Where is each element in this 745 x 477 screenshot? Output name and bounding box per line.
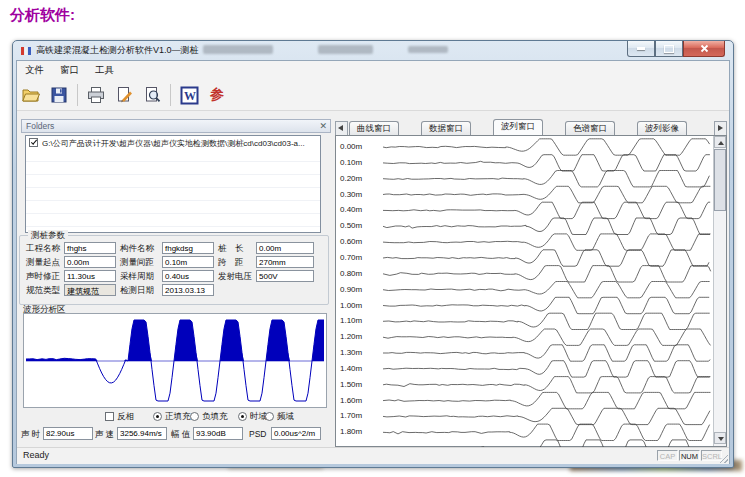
status-indicator-cap: CAP: [657, 450, 678, 461]
readout-psd-value[interactable]: 0.00us^2/m: [271, 427, 321, 440]
wave-trace: [383, 266, 711, 282]
maximize-button[interactable]: [655, 41, 683, 57]
minimize-button[interactable]: [627, 41, 655, 57]
aero-glass-reflection: [318, 45, 373, 54]
field-project-name-label: 工程名称: [26, 243, 60, 255]
menu-bar: 文件窗口工具: [17, 61, 729, 80]
folders-close-button[interactable]: ✕: [319, 120, 327, 133]
folder-item-path: G:\公司产品设计开发\超声仪器\超声仪实地检测数据\测桩cd\cd03\cd0…: [42, 138, 318, 149]
parameters-button[interactable]: 参: [204, 82, 230, 108]
field-sound-time-correction-value[interactable]: 11.30us: [64, 270, 116, 282]
page-heading: 分析软件:: [10, 6, 75, 25]
invert-checkbox[interactable]: [105, 412, 114, 421]
tab-spectrum[interactable]: 色谱窗口: [565, 121, 615, 135]
readout-sound-time-value[interactable]: 82.90us: [43, 427, 93, 440]
folders-list[interactable]: G:\公司产品设计开发\超声仪器\超声仪实地检测数据\测桩cd\cd03\cd0…: [25, 135, 321, 233]
positive-fill-radio[interactable]: [153, 412, 162, 421]
wave-trace: [383, 282, 710, 298]
tab-scroll-left-button[interactable]: [335, 121, 348, 136]
scroll-up-button[interactable]: [714, 136, 726, 148]
status-indicator-num: NUM: [679, 450, 700, 461]
menu-item-file[interactable]: 文件: [17, 62, 52, 79]
readout-sound-velocity-label: 声 速: [95, 429, 114, 441]
folder-open-icon: [21, 87, 41, 104]
wave-traces: [337, 137, 715, 447]
arrow-right-icon: [718, 125, 723, 131]
folders-empty-row: [26, 227, 320, 233]
folder-item[interactable]: G:\公司产品设计开发\超声仪器\超声仪实地检测数据\测桩cd\cd03\cd0…: [26, 136, 320, 149]
field-standard-type-value[interactable]: 建筑规范: [64, 284, 116, 296]
wave-trace: [383, 424, 710, 440]
wave-trace: [383, 345, 710, 361]
tab-wave-image[interactable]: 波列影像: [637, 121, 687, 135]
word-export-button[interactable]: W: [176, 82, 202, 108]
page-magnifier-icon: [143, 86, 162, 104]
field-test-date-value[interactable]: 2013.03.13: [162, 284, 214, 296]
tab-scroll-right-button[interactable]: [714, 121, 727, 136]
word-icon: W: [180, 86, 199, 105]
wave-trace: [383, 313, 710, 329]
field-measure-start-value[interactable]: 0.00m: [64, 256, 116, 268]
negative-fill-radio[interactable]: [190, 412, 199, 421]
field-test-date-label: 检测日期: [120, 285, 154, 297]
wave-analysis-waveform: [24, 314, 326, 407]
folder-item-checkbox[interactable]: [29, 138, 38, 147]
print-preview-button[interactable]: [139, 82, 165, 108]
menu-item-window[interactable]: 窗口: [52, 62, 87, 79]
wave-trace: [383, 440, 710, 447]
print-setup-button[interactable]: [111, 82, 137, 108]
open-file-button[interactable]: [18, 82, 44, 108]
tab-curve[interactable]: 曲线窗口: [349, 121, 399, 135]
readout-amplitude-label: 幅 值: [171, 429, 190, 441]
page-pencil-icon: [115, 86, 134, 104]
field-measure-start-label: 测量起点: [26, 257, 60, 269]
close-button[interactable]: [683, 41, 725, 57]
freq-domain-radio[interactable]: [265, 412, 274, 421]
menu-item-tools[interactable]: 工具: [87, 62, 122, 79]
time-domain-radio[interactable]: [238, 412, 247, 421]
field-sound-time-correction-label: 声时修正: [26, 271, 60, 283]
vertical-scrollbar[interactable]: [713, 136, 726, 446]
field-measure-interval-value[interactable]: 0.10m: [162, 256, 214, 268]
invert-label: 反相: [117, 411, 134, 423]
print-button[interactable]: [83, 82, 109, 108]
status-ready: Ready: [23, 450, 49, 460]
close-icon: [700, 44, 709, 53]
title-bar[interactable]: 高铁建梁混凝土检测分析软件V1.0—测桩: [13, 41, 733, 60]
wave-trace: [383, 361, 710, 377]
wave-analysis-plot[interactable]: [23, 313, 327, 408]
field-emission-voltage-label: 发射电压: [218, 271, 252, 283]
field-pile-length-label: 桩 长: [218, 243, 244, 255]
field-sampling-period-label: 采样周期: [120, 271, 154, 283]
field-component-name-value[interactable]: fhgkdsg: [162, 242, 214, 254]
folders-empty-row: [26, 162, 320, 175]
save-button[interactable]: [46, 82, 72, 108]
tab-data[interactable]: 数据窗口: [421, 121, 471, 135]
field-project-name-value[interactable]: fhghs: [64, 242, 116, 254]
aero-glass-reflection: [203, 45, 273, 54]
folders-title: Folders: [26, 121, 54, 131]
wave-trace: [383, 297, 709, 313]
field-span-distance-value[interactable]: 270mm: [256, 256, 314, 268]
readout-sound-velocity-value[interactable]: 3256.94m/s: [117, 427, 167, 440]
window-title: 高铁建梁混凝土检测分析软件V1.0—测桩: [36, 44, 199, 57]
field-emission-voltage-value[interactable]: 500V: [256, 270, 314, 282]
field-standard-type-label: 规范类型: [26, 285, 60, 297]
field-measure-interval-label: 测量间距: [120, 257, 154, 269]
arrow-left-icon: [338, 125, 343, 131]
wave-trace: [383, 250, 709, 266]
svg-text:W: W: [184, 89, 196, 103]
scroll-thumb[interactable]: [714, 149, 726, 211]
scroll-down-button[interactable]: [714, 432, 726, 444]
field-pile-length-value[interactable]: 0.00m: [256, 242, 314, 254]
readout-amplitude-value[interactable]: 93.90dB: [193, 427, 243, 440]
app-window: 高铁建梁混凝土检测分析软件V1.0—测桩 文件窗口工具: [12, 40, 734, 468]
folders-empty-row: [26, 201, 320, 214]
pile-params-group: 测桩参数 工程名称fhghs构件名称fhgkdsg桩 长0.00m测量起点0.0…: [19, 235, 329, 305]
tab-wave-train[interactable]: 波列窗口: [493, 119, 543, 135]
toolbar-separator: [77, 84, 78, 106]
wave-train-panel[interactable]: 0.00m0.10m0.20m0.30m0.40m0.50m0.60m0.70m…: [335, 135, 727, 447]
negative-fill-label: 负填充: [202, 411, 228, 423]
field-sampling-period-value[interactable]: 0.40us: [162, 270, 214, 282]
folders-panel-header[interactable]: Folders ✕: [21, 119, 331, 133]
